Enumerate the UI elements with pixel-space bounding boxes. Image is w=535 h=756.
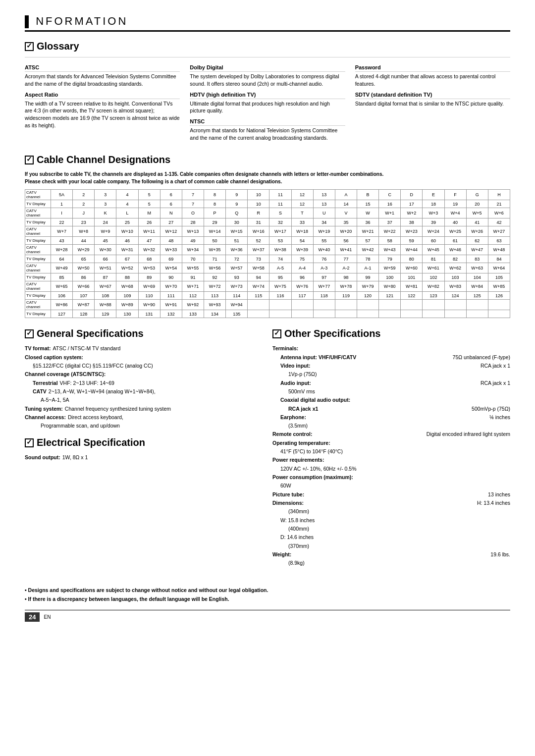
glossary-section: Glossary ATSC Acronym that stands for Ad… bbox=[25, 41, 510, 144]
spec-item: 41°F (5°C) to 104°F (40°C) bbox=[272, 447, 510, 456]
spec-val: ATSC / NTSC-M TV standard bbox=[53, 344, 121, 353]
spec-item: D: 14.6 inches bbox=[272, 533, 510, 541]
cable-cell: 38 bbox=[401, 218, 423, 226]
cable-table-row: CATV channelW+28W+29W+30W+31W+32W+33W+34… bbox=[25, 245, 510, 255]
cable-cell: D bbox=[401, 190, 423, 200]
cable-cell: C bbox=[379, 190, 401, 200]
cable-cell: 59 bbox=[401, 237, 423, 245]
cable-cell bbox=[444, 300, 466, 310]
cable-cell: 25 bbox=[116, 218, 138, 226]
cable-cell: W+65 bbox=[51, 281, 73, 292]
cable-cell: W+9 bbox=[95, 226, 116, 237]
glossary-term-dolby: Dolby Digital bbox=[190, 64, 345, 72]
cable-cell: 116 bbox=[269, 292, 291, 300]
cable-intro: If you subscribe to cable TV, the channe… bbox=[25, 170, 510, 185]
cable-cell: 3 bbox=[95, 200, 116, 208]
cable-cell bbox=[335, 310, 357, 318]
spec-val: ⅛ inches bbox=[489, 413, 510, 422]
spec-val: RCA jack x 1 bbox=[481, 362, 510, 370]
cable-cell: 24 bbox=[95, 218, 116, 226]
cable-cell: L bbox=[116, 208, 138, 218]
glossary-term-atsc: ATSC bbox=[25, 64, 180, 72]
cable-table-row: CATV channelW+65W+66W+67W+68W+69W+70W+71… bbox=[25, 281, 510, 292]
cable-cell bbox=[291, 310, 313, 318]
cable-cell bbox=[488, 300, 510, 310]
cable-cell: 70 bbox=[182, 255, 204, 263]
cable-cell: R bbox=[248, 208, 269, 218]
cable-cell: W+29 bbox=[73, 245, 95, 255]
spec-item: CATV2~13, A~W, W+1~W+94 (analog W+1~W+84… bbox=[25, 387, 263, 396]
cable-cell bbox=[401, 300, 423, 310]
cable-cell: W+31 bbox=[116, 245, 138, 255]
glossary-def-aspect: The width of a TV screen relative to its… bbox=[25, 100, 180, 129]
cable-cell: W+70 bbox=[160, 281, 182, 292]
spec-item: (340mm) bbox=[272, 507, 510, 516]
cable-cell: 23 bbox=[73, 218, 95, 226]
cable-cell: V bbox=[335, 208, 357, 218]
cable-cell: 118 bbox=[313, 292, 335, 300]
spec-val: Programmable scan, and up/down bbox=[41, 422, 120, 430]
cable-cell: 17 bbox=[401, 200, 423, 208]
glossary-grid: ATSC Acronym that stands for Advanced Te… bbox=[25, 57, 510, 144]
cable-cell: 103 bbox=[444, 273, 466, 281]
cable-cell: 45 bbox=[95, 237, 116, 245]
cable-title: Cable Channel Designations bbox=[25, 154, 510, 165]
cable-cell: 44 bbox=[73, 237, 95, 245]
cable-cell: 68 bbox=[138, 255, 160, 263]
cable-row-label: TV Display bbox=[25, 255, 51, 263]
spec-key: Power requirements: bbox=[272, 456, 324, 464]
cable-cell: W+77 bbox=[313, 281, 335, 292]
spec-item: W: 15.8 inches bbox=[272, 516, 510, 525]
cable-cell: W+55 bbox=[182, 263, 204, 273]
cable-cell: 48 bbox=[160, 237, 182, 245]
cable-cell: 132 bbox=[160, 310, 182, 318]
cable-cell: W+47 bbox=[466, 245, 488, 255]
cable-cell bbox=[401, 310, 423, 318]
cable-cell: W+73 bbox=[226, 281, 248, 292]
spec-item: Channel access:Direct access keyboard, bbox=[25, 413, 263, 422]
cable-cell bbox=[466, 300, 488, 310]
spec-val: Digital encoded infrared light system bbox=[427, 430, 510, 438]
cable-cell: W+58 bbox=[248, 263, 269, 273]
cable-cell: W+74 bbox=[248, 281, 269, 292]
cable-cell bbox=[269, 310, 291, 318]
spec-item: Earphone:⅛ inches bbox=[272, 413, 510, 422]
cable-row-label: TV Display bbox=[25, 237, 51, 245]
cable-cell: 88 bbox=[116, 273, 138, 281]
cable-cell: 71 bbox=[204, 255, 225, 263]
cable-cell: U bbox=[313, 208, 335, 218]
cable-cell: 121 bbox=[379, 292, 401, 300]
cable-cell: 98 bbox=[335, 273, 357, 281]
cable-cell: 5 bbox=[138, 200, 160, 208]
cable-table-row: TV Display127128129130131132133134135 bbox=[25, 310, 510, 318]
spec-key: TV format: bbox=[25, 344, 51, 353]
cable-cell: 11 bbox=[269, 200, 291, 208]
cable-cell: 93 bbox=[226, 273, 248, 281]
general-specs-content: TV format:ATSC / NTSC-M TV standardClose… bbox=[25, 344, 263, 430]
cable-cell: F bbox=[444, 190, 466, 200]
cable-cell: W+53 bbox=[138, 263, 160, 273]
spec-key: Coaxial digital audio output: bbox=[280, 396, 350, 404]
cable-cell: 12 bbox=[291, 200, 313, 208]
cable-cell: W+5 bbox=[466, 208, 488, 218]
spec-item: Operating temperature: bbox=[272, 439, 510, 447]
cable-cell: 107 bbox=[73, 292, 95, 300]
cable-cell bbox=[357, 310, 378, 318]
spec-item: Programmable scan, and up/down bbox=[25, 422, 263, 430]
spec-key: Sound output: bbox=[25, 453, 60, 462]
cable-cell: W+34 bbox=[182, 245, 204, 255]
cable-cell: W+63 bbox=[466, 263, 488, 273]
cable-cell: 131 bbox=[138, 310, 160, 318]
cable-cell: 120 bbox=[357, 292, 378, 300]
cable-cell: W+54 bbox=[160, 263, 182, 273]
page-lang: EN bbox=[44, 614, 51, 620]
cable-cell: W+28 bbox=[51, 245, 73, 255]
glossary-def-sdtv: Standard digital format that is similar … bbox=[355, 100, 510, 108]
spec-key: Operating temperature: bbox=[272, 439, 330, 447]
cable-cell: J bbox=[73, 208, 95, 218]
spec-key: Remote control: bbox=[272, 430, 313, 438]
cable-cell: 106 bbox=[51, 292, 73, 300]
cable-cell bbox=[313, 310, 335, 318]
cable-cell: W+50 bbox=[73, 263, 95, 273]
spec-key: Earphone: bbox=[280, 413, 306, 422]
